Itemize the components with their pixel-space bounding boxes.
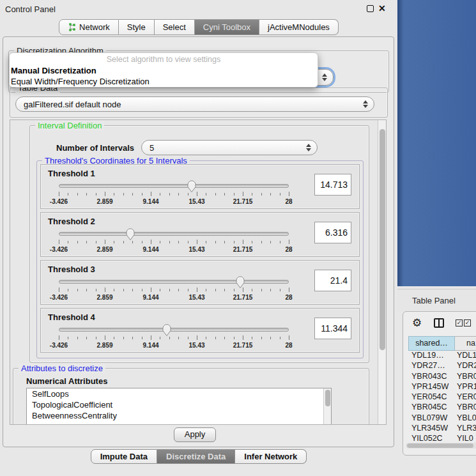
table-cell[interactable]: YLR345W (408, 424, 455, 434)
tick-mark (114, 241, 114, 243)
tick-mark (224, 289, 225, 291)
tick-mark (169, 337, 170, 339)
table-cell[interactable]: YLR3 (455, 424, 476, 434)
table-cell[interactable]: YER0 (455, 392, 476, 403)
tick-mark (132, 193, 133, 196)
table-row[interactable]: YBR045CYBR0 (408, 403, 476, 413)
table-hscrollbar[interactable] (406, 443, 476, 449)
tab-select[interactable]: Select (155, 19, 195, 35)
table-row[interactable]: YDL19…YDL1 (408, 351, 476, 361)
slider-thumb[interactable] (187, 180, 197, 193)
tick-mark (142, 289, 142, 291)
list-item-selfloops[interactable]: SelfLoops (27, 388, 331, 399)
tick-mark (151, 240, 151, 244)
tick-label: 28 (285, 342, 292, 349)
tick-mark (68, 241, 68, 243)
scrollbar-thumb[interactable] (380, 129, 385, 350)
slider-track[interactable] (59, 184, 289, 188)
tick-label: 2.859 (96, 246, 112, 253)
slider-track[interactable] (59, 232, 289, 236)
tick-mark (105, 240, 105, 244)
column-header[interactable]: shared… (408, 336, 455, 351)
tab-impute-data[interactable]: Impute Data (91, 449, 157, 464)
dropdown-item-manual-discretization[interactable]: Manual Discretization (10, 65, 318, 76)
list-item-betweennesscentrality[interactable]: BetweennessCentrality (27, 410, 331, 421)
table-cell[interactable]: YBR0 (455, 403, 476, 413)
slider-thumb[interactable] (162, 324, 172, 337)
combo-arrows-icon (322, 73, 327, 81)
threshold-slider[interactable]: -3.4262.8599.14415.4321.71528 (59, 279, 289, 300)
table-cell[interactable]: YPR1 (455, 382, 476, 392)
threshold-value-field[interactable]: 21.4 (314, 270, 351, 291)
tick-mark (132, 241, 133, 243)
table-cell[interactable]: YBL0 (455, 413, 476, 424)
table-cell[interactable]: YBL079W (408, 413, 455, 424)
threshold-value-field[interactable]: 11.344 (314, 318, 351, 339)
split-column-icon[interactable] (434, 318, 444, 328)
dropdown-item-equal-width-frequency-discretization[interactable]: Equal Width/Frequency Discretization (10, 76, 318, 87)
table-row[interactable]: YER054CYER0 (408, 392, 476, 403)
checkbox-icon[interactable]: ✓ (464, 319, 471, 326)
tick-mark (86, 289, 87, 291)
table-row[interactable]: YBL079WYBL0 (408, 413, 476, 424)
float-window-icon[interactable] (367, 5, 374, 12)
threshold-label: Threshold 1 (48, 169, 95, 178)
table-row[interactable]: YDR27…YDR2 (408, 361, 476, 371)
tab-discretize-data[interactable]: Discretize Data (157, 449, 235, 464)
apply-button[interactable]: Apply (174, 427, 216, 442)
settings-scroll-viewport: Interval Definition Number of Intervals … (10, 119, 387, 425)
num-intervals-combobox[interactable]: 5 (141, 140, 318, 155)
tick-mark (114, 289, 114, 291)
column-header[interactable]: na (455, 336, 476, 351)
table-cell[interactable]: YDL19… (408, 351, 455, 361)
table-cell[interactable]: YER054C (408, 392, 455, 403)
tick-mark (252, 193, 252, 196)
tab-style[interactable]: Style (119, 19, 155, 35)
threshold-value-field[interactable]: 14.713 (314, 174, 351, 196)
table-row[interactable]: YPR145WYPR1 (408, 382, 476, 392)
table-data-combobox[interactable]: galFiltered.sif default node (15, 96, 374, 112)
tab-cyni-toolbox[interactable]: Cyni Toolbox (195, 19, 259, 35)
threshold-value-field[interactable]: 6.316 (314, 222, 351, 243)
attributes-listbox[interactable]: SelfLoopsTopologicalCoefficientBetweenne… (26, 388, 332, 425)
tab-jactivemnodules[interactable]: jActiveMNodules (259, 19, 339, 35)
tick-mark (261, 289, 262, 291)
table-cell[interactable]: YPR145W (408, 382, 455, 392)
top-tab-bar: NetworkStyleSelectCyni ToolboxjActiveMNo… (0, 19, 397, 35)
table-cell[interactable]: YDL1 (455, 351, 476, 361)
tick-mark (234, 193, 234, 196)
close-icon[interactable]: ✕ (378, 3, 386, 13)
tick-label: -3.426 (50, 342, 68, 349)
threshold-slider[interactable]: -3.4262.8599.14415.4321.71528 (59, 183, 289, 204)
tick-mark (197, 335, 197, 340)
table-cell[interactable]: YBR0 (455, 372, 476, 382)
table-data-group: Table Data galFiltered.sif default node (10, 88, 388, 118)
gear-icon[interactable]: ⚙ (412, 316, 422, 330)
slider-track[interactable] (59, 328, 289, 332)
tick-mark (151, 335, 151, 340)
table-row[interactable]: YLR345WYLR3 (408, 424, 476, 434)
tick-label: 2.859 (96, 294, 112, 301)
table-cell[interactable]: YBR045C (408, 403, 455, 413)
threshold-slider[interactable]: -3.4262.8599.14415.4321.71528 (59, 231, 289, 252)
table-cell[interactable]: YDR2 (455, 361, 476, 371)
tab-network[interactable]: Network (59, 19, 119, 35)
table-row[interactable]: YBR043CYBR0 (408, 372, 476, 382)
scrollbar-thumb[interactable] (325, 390, 330, 406)
settings-scrollbar[interactable] (378, 120, 386, 424)
scrollbar-thumb[interactable] (407, 443, 473, 448)
list-item-topologicalcoefficient[interactable]: TopologicalCoefficient (27, 399, 331, 410)
tab-infer-network[interactable]: Infer Network (235, 449, 307, 464)
checkbox-icon[interactable]: ✓ (456, 319, 463, 326)
tick-mark (59, 288, 59, 292)
threshold-panel: Threshold 3-3.4262.8599.14415.4321.71528… (40, 260, 360, 305)
tick-label: -3.426 (50, 246, 68, 253)
table-cell[interactable]: YBR043C (408, 372, 455, 382)
attributes-scrollbar[interactable] (323, 388, 331, 425)
slider-track[interactable] (59, 280, 289, 284)
slider-thumb[interactable] (235, 276, 245, 289)
slider-thumb[interactable] (125, 228, 135, 241)
tick-mark (160, 289, 160, 291)
table-cell[interactable]: YDR27… (408, 361, 455, 371)
threshold-slider[interactable]: -3.4262.8599.14415.4321.71528 (59, 326, 289, 348)
